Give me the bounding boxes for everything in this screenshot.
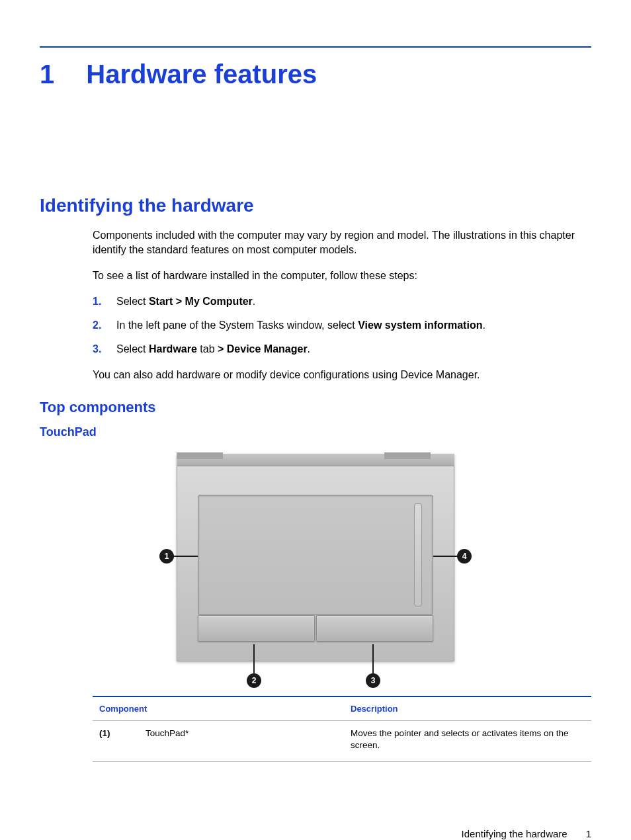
subsection-heading: Top components [40, 399, 591, 416]
touchpad-left-button [198, 615, 315, 642]
table-cell-id: (1) [99, 728, 146, 753]
table-header-description: Description [351, 704, 585, 714]
touchpad-surface [198, 495, 433, 615]
step-pre: Select [116, 343, 149, 355]
step-text: Select Hardware tab > Device Manager. [116, 341, 310, 357]
table-header-component: Component [99, 704, 304, 714]
step-post: . [253, 296, 255, 307]
footer-section: Identifying the hardware [462, 828, 568, 839]
step-pre: In the left pane of the System Tasks win… [116, 319, 358, 331]
step-3: 3. Select Hardware tab > Device Manager. [93, 341, 591, 357]
chapter-title: Hardware features [86, 60, 317, 89]
step-bold: View system information [358, 319, 482, 331]
step-post: . [482, 319, 485, 331]
callout-2-icon: 2 [247, 673, 261, 688]
leadin-paragraph: To see a list of hardware installed in t… [93, 269, 591, 283]
step-number: 2. [93, 317, 116, 333]
chapter-number: 1 [40, 60, 54, 89]
table-row: (1) TouchPad* Moves the pointer and sele… [93, 721, 591, 763]
touchpad-illustration: 1 4 2 3 [40, 450, 591, 688]
step-mid: tab [197, 343, 218, 355]
callout-lead [174, 556, 198, 557]
section-heading: Identifying the hardware [40, 195, 591, 216]
callout-lead [253, 644, 255, 673]
step-2: 2. In the left pane of the System Tasks … [93, 317, 591, 333]
callout-4-icon: 4 [457, 549, 472, 564]
outro-paragraph: You can also add hardware or modify devi… [93, 368, 591, 382]
chapter-heading: 1 Hardware features [40, 60, 591, 89]
component-table: Component Description (1) TouchPad* Move… [93, 696, 591, 763]
touchpad-scroll-zone [414, 503, 422, 607]
steps-list: 1. Select Start > My Computer. 2. In the… [93, 294, 591, 357]
callout-1-icon: 1 [159, 549, 174, 564]
step-1: 1. Select Start > My Computer. [93, 294, 591, 310]
intro-paragraph: Components included with the computer ma… [93, 228, 591, 258]
callout-lead [372, 644, 374, 673]
step-text: Select Start > My Computer. [116, 294, 255, 310]
step-number: 1. [93, 294, 116, 310]
callout-3-icon: 3 [366, 673, 380, 688]
touchpad-right-button [316, 615, 433, 642]
table-header-row: Component Description [93, 697, 591, 721]
chapter-rule [40, 46, 591, 48]
table-cell-desc: Moves the pointer and selects or activat… [351, 728, 585, 753]
step-pre: Select [116, 296, 149, 307]
step-bold: Start > My Computer [149, 296, 253, 307]
step-number: 3. [93, 341, 116, 357]
page-footer: Identifying the hardware 1 [0, 788, 631, 840]
hinge-block [177, 452, 223, 459]
table-cell-name: TouchPad* [146, 728, 351, 753]
step-post: . [308, 343, 310, 355]
touchpad-buttons [198, 615, 433, 642]
hinge-block [384, 452, 431, 459]
step-bold: Hardware [149, 343, 197, 355]
footer-page-number: 1 [586, 828, 591, 839]
callout-lead [433, 556, 457, 557]
laptop-hinge [177, 454, 454, 466]
step-bold2: > Device Manager [218, 343, 308, 355]
subsubsection-heading: TouchPad [40, 425, 591, 439]
step-text: In the left pane of the System Tasks win… [116, 317, 485, 333]
